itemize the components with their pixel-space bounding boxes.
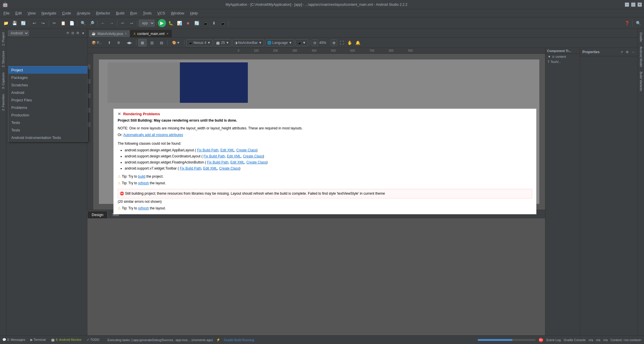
cut-btn[interactable]: ✂ (50, 19, 58, 27)
tab-mainactivity-close[interactable]: ✕ (125, 32, 127, 35)
messages-icon[interactable]: 💬 0: Messages (2, 338, 25, 342)
avd-btn[interactable]: 📱 (219, 19, 227, 27)
create-class-1[interactable]: Create Class (236, 148, 256, 152)
props-close-btn[interactable]: → (631, 50, 635, 54)
ct-content[interactable]: ▼ ⊞ content (545, 54, 580, 59)
upload-design-btn[interactable]: ⬆ (105, 39, 113, 47)
tab-content-main-close[interactable]: ✕ (166, 32, 169, 35)
api-level-dropdown[interactable]: 🤖 25 ▼ (214, 39, 231, 46)
gear-dropdown-btn[interactable]: ▼ (81, 31, 85, 36)
gradle-console-btn[interactable]: Gradle Console (564, 338, 586, 342)
auto-add-attrs-link[interactable]: Automatically add all missing attributes (123, 133, 183, 137)
edit-xml-4[interactable]: Edit XML (203, 166, 217, 170)
ctx-scratches[interactable]: Scratches (8, 81, 87, 89)
ct-textview[interactable]: T TextV... (545, 59, 580, 64)
ctx-production[interactable]: Production (8, 111, 87, 119)
right-tab-android-model[interactable]: Android Model (639, 44, 644, 69)
new-project-btn[interactable]: 📁 (2, 19, 10, 27)
sidebar-tab-favorites[interactable]: 2: Favorites (1, 92, 6, 113)
save-btn[interactable]: 💾 (10, 19, 19, 27)
ctx-project-files[interactable]: Project Files (8, 96, 87, 104)
edit-xml-3[interactable]: Edit XML (230, 160, 245, 164)
blueprint-view-btn[interactable]: ▥ (148, 39, 156, 47)
refresh-link-1[interactable]: refresh (138, 181, 149, 185)
build-link[interactable]: build (138, 174, 145, 178)
design-settings-btn[interactable]: ⚙ (115, 39, 123, 47)
theme-dropdown[interactable]: ◑ NoActionBar ▼ (232, 39, 264, 46)
nav2-btn[interactable]: ⤻ (128, 19, 136, 27)
stop-button[interactable]: ■ (184, 19, 192, 27)
sidebar-tab-project[interactable]: 1: Project (1, 30, 6, 48)
ctx-android[interactable]: Android (8, 89, 87, 96)
fix-build-path-3[interactable]: Fix Build Path (207, 160, 228, 164)
project-view-dropdown[interactable]: Android (8, 30, 29, 36)
create-class-3[interactable]: Create Class (246, 160, 266, 164)
right-tab-gradle[interactable]: Gradle (639, 30, 644, 44)
sidebar-tab-structure[interactable]: 2: Structure (1, 49, 6, 70)
menu-build[interactable]: Build (114, 10, 127, 16)
ctx-android-instrumentation-tests[interactable]: Android Instrumentation Tests (8, 134, 87, 141)
settings-proj-btn[interactable]: ⚙ (76, 31, 80, 36)
event-log-btn[interactable]: Event Log (546, 338, 561, 342)
edit-xml-1[interactable]: Edit XML (220, 148, 235, 152)
search-btn[interactable]: 🔍 (79, 19, 87, 27)
redo-btn[interactable]: ↪ (39, 19, 47, 27)
menu-analyze[interactable]: Analyze (75, 10, 93, 16)
coverage-button[interactable]: 📊 (175, 19, 183, 27)
edit-xml-2[interactable]: Edit XML (227, 154, 241, 158)
orientation-dropdown[interactable]: 📱 ▼ (295, 39, 308, 46)
sdk-btn[interactable]: ⬇ (210, 19, 218, 27)
menu-navigate[interactable]: Navigate (39, 10, 58, 16)
android-monitor-icon[interactable]: 🤖 6: Android Monitor (51, 338, 82, 342)
paste-btn[interactable]: 📄 (68, 19, 76, 27)
todo-icon[interactable]: ✓ TODO (87, 338, 99, 342)
design-collapse-btn[interactable]: ◀▶ (124, 39, 134, 47)
stop-build-btn[interactable]: ⛔ (538, 338, 543, 342)
menu-vcs[interactable]: VCS (155, 10, 167, 16)
zoom-out-btn[interactable]: ⊖ (312, 40, 318, 46)
zoom-in-btn[interactable]: ⊕ (331, 40, 337, 46)
menu-tools[interactable]: Tools (141, 10, 154, 16)
device-dropdown[interactable]: 📱 Nexus 4 ▼ (186, 39, 213, 46)
palette-button[interactable]: 📦 P... (89, 39, 104, 47)
props-expand-btn[interactable]: ↗ (619, 50, 624, 54)
menu-edit[interactable]: Edit (13, 10, 24, 16)
render-close-btn[interactable]: ✕ (118, 112, 121, 116)
menu-view[interactable]: View (25, 10, 38, 16)
menu-help[interactable]: Help (188, 10, 200, 16)
language-dropdown[interactable]: 🌐 Language ▼ (265, 39, 294, 46)
terminal-icon[interactable]: ▶ Terminal (30, 338, 45, 342)
fix-build-path-1[interactable]: Fix Build Path (197, 148, 218, 152)
device-btn[interactable]: 📱 (201, 19, 209, 27)
ctx-tests[interactable]: Tests (8, 119, 87, 126)
tab-content-main[interactable]: X content_main.xml ✕ (130, 30, 171, 37)
gradle-sync-button[interactable]: 🔄 (193, 19, 201, 27)
menu-refactor[interactable]: Refactor (94, 10, 112, 16)
run-config-dropdown[interactable]: app (139, 20, 155, 27)
menu-run[interactable]: Run (128, 10, 139, 16)
bell-btn[interactable]: 🔔 (355, 39, 361, 46)
menu-file[interactable]: File (1, 10, 12, 16)
right-tab-build-variants[interactable]: Build Variants (639, 69, 644, 93)
ctx-packages[interactable]: Packages (8, 74, 87, 81)
minimize-button[interactable]: ─ (625, 3, 629, 7)
maximize-button[interactable]: □ (631, 3, 635, 7)
run-button[interactable]: ▶ (158, 19, 166, 27)
canvas-area[interactable]: 0100200300 400500600700 800900 100 200 3… (87, 48, 545, 335)
sidebar-tab-captures[interactable]: 3: Captures (1, 70, 6, 91)
menu-code[interactable]: Code (60, 10, 73, 16)
create-class-2[interactable]: Create Class (243, 154, 263, 158)
tab-mainactivity[interactable]: ☕ MainActivity.java ✕ (88, 30, 130, 37)
forward-btn[interactable]: → (108, 19, 116, 27)
combined-view-btn[interactable]: ▤ (157, 39, 166, 47)
design-tab[interactable]: Design (87, 211, 108, 218)
pan-btn[interactable]: ✋ (346, 39, 353, 46)
props-settings-btn[interactable]: ⚙ (625, 50, 630, 54)
find-btn[interactable]: 🔎 (88, 19, 96, 27)
search-everywhere-btn[interactable]: 🔍 (634, 19, 642, 27)
back-btn[interactable]: ← (99, 19, 107, 27)
fit-screen-btn[interactable]: ⛶ (338, 39, 345, 46)
design-view-btn[interactable]: ▦ (138, 39, 147, 47)
refresh-link-2[interactable]: refresh (138, 206, 149, 210)
ctx-project[interactable]: Project (8, 66, 87, 74)
